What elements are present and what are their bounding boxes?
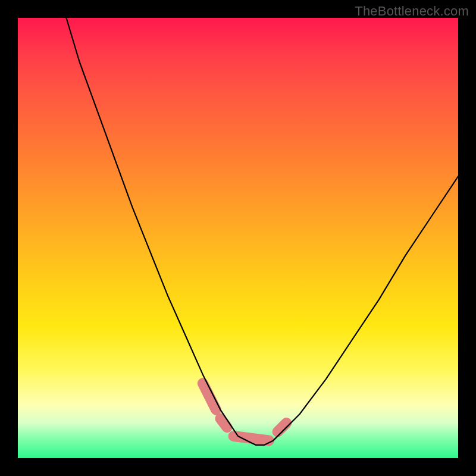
watermark-text: TheBottleneck.com (355, 4, 469, 19)
bottleneck-curve-line (66, 18, 458, 445)
highlight-worm-segment (220, 418, 227, 427)
highlight-worm-segment (278, 423, 287, 432)
chart-frame: TheBottleneck.com (0, 0, 476, 476)
highlight-worm (203, 383, 287, 440)
plot-area (18, 18, 458, 458)
chart-svg (18, 18, 458, 458)
